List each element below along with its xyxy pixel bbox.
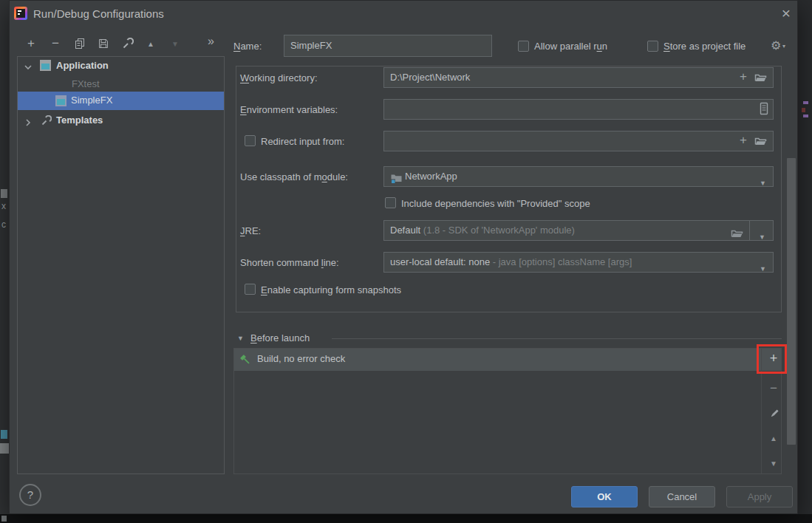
form-snapshots-checkbox[interactable] [245, 284, 256, 295]
ide-background-left: x c [0, 0, 9, 514]
move-up-icon[interactable]: ▲ [147, 40, 154, 49]
configurations-tree: Application FXtest SimpleFX Templates [17, 56, 225, 474]
background-text: c [1, 219, 6, 230]
build-hammer-icon [239, 353, 252, 369]
vertical-scrollbar-thumb[interactable] [787, 158, 796, 445]
ide-background-right [798, 0, 812, 514]
store-as-project-file-checkbox[interactable] [647, 41, 658, 52]
help-button[interactable]: ? [19, 484, 41, 506]
before-launch-edit-icon[interactable] [768, 408, 780, 423]
jre-value: Default [390, 225, 420, 236]
browse-folder-icon[interactable] [754, 135, 767, 149]
jre-hint: (1.8 - SDK of 'NetworkApp' module) [423, 225, 575, 236]
working-directory-label: Working directory: [240, 72, 318, 83]
jre-combobox[interactable]: Default (1.8 - SDK of 'NetworkApp' modul… [383, 220, 750, 241]
classpath-module-combobox[interactable]: NetworkApp ▼ [383, 166, 774, 187]
environment-variables-input[interactable] [383, 99, 774, 120]
before-launch-title: Before launch [250, 332, 310, 343]
before-launch-item-label: Build, no error check [257, 353, 345, 364]
name-label: Name: [233, 41, 262, 52]
chevron-right-icon[interactable] [24, 117, 33, 130]
dropdown-arrow-icon: ▼ [759, 228, 765, 241]
ok-button[interactable]: OK [571, 486, 638, 507]
classpath-module-label: Use classpath of module: [240, 171, 348, 182]
save-configuration-icon[interactable] [98, 38, 109, 52]
browse-folder-icon[interactable] [731, 226, 743, 241]
shorten-command-line-label: Shorten command line: [240, 257, 339, 268]
store-as-project-file-label: Store as project file [663, 41, 746, 52]
shorten-command-line-combobox[interactable]: user-local default: none - java [options… [383, 252, 774, 273]
redirect-input-checkbox[interactable] [245, 135, 256, 146]
section-separator [332, 338, 782, 339]
jre-dropdown-button[interactable]: ▼ [749, 220, 774, 241]
cancel-button[interactable]: Cancel [649, 486, 715, 507]
working-directory-input[interactable]: D:\Project\Network [383, 67, 774, 88]
allow-parallel-run-label: Allow parallel run [534, 41, 607, 52]
section-collapse-icon[interactable]: ▼ [237, 335, 244, 342]
background-scroll-fragment [0, 443, 9, 454]
remove-configuration-icon[interactable]: − [49, 38, 62, 49]
name-input[interactable]: SimpleFX [284, 35, 492, 57]
background-mark [802, 108, 805, 112]
copy-configuration-icon[interactable] [74, 38, 86, 52]
before-launch-move-down-icon[interactable]: ▼ [768, 459, 779, 468]
more-actions-icon[interactable]: » [208, 35, 214, 48]
ide-background-bottom [0, 514, 812, 523]
redirect-input-field[interactable] [383, 131, 774, 151]
before-launch-list: Build, no error check + − ▲ ▼ [233, 348, 782, 474]
edit-defaults-wrench-icon[interactable] [122, 38, 134, 52]
application-icon [40, 60, 51, 71]
before-launch-remove-icon[interactable]: − [767, 381, 780, 396]
annotation-highlight-box [757, 344, 787, 374]
gear-icon[interactable]: ⚙ [771, 38, 781, 52]
form-snapshots-label: Enable capturing form snapshots [261, 284, 401, 295]
module-icon [390, 171, 403, 187]
tree-item-application[interactable]: Application [56, 60, 109, 71]
shorten-value: user-local default: none [390, 256, 490, 267]
add-configuration-icon[interactable]: + [24, 38, 38, 49]
screen: x c Run/Debug Configurations × + − ▲ ▼ [0, 0, 812, 523]
tree-item-simplefx[interactable]: SimpleFX [71, 95, 112, 106]
macro-add-icon[interactable]: + [740, 134, 747, 146]
background-text: x [1, 201, 6, 211]
move-down-icon: ▼ [171, 40, 179, 49]
tree-item-templates[interactable]: Templates [56, 114, 103, 126]
redirect-input-label: Redirect input from: [261, 136, 344, 147]
background-mark [803, 114, 808, 117]
browse-folder-icon[interactable] [754, 72, 767, 86]
background-icon [1, 430, 7, 439]
macro-add-icon[interactable]: + [740, 71, 747, 83]
shorten-hint: - java [options] className [args] [493, 256, 632, 267]
include-provided-checkbox[interactable] [385, 197, 396, 208]
environment-variables-label: Environment variables: [240, 104, 338, 115]
intellij-logo-icon [14, 7, 27, 20]
tree-item-fxtest[interactable]: FXtest [72, 78, 100, 89]
tree-item-simplefx-selected-row[interactable]: SimpleFX [18, 92, 224, 110]
background-icon [1, 189, 7, 198]
jre-label: JRE: [240, 225, 261, 236]
allow-parallel-run-checkbox[interactable] [518, 41, 529, 52]
background-mark [803, 101, 808, 104]
include-provided-label: Include dependencies with "Provided" sco… [401, 198, 590, 209]
gear-caret-icon: ▾ [782, 43, 785, 49]
application-icon [55, 95, 66, 106]
env-variables-list-icon[interactable] [759, 102, 769, 118]
before-launch-item-row[interactable]: Build, no error check [234, 349, 781, 371]
chevron-down-icon[interactable] [24, 61, 33, 75]
before-launch-move-up-icon[interactable]: ▲ [768, 434, 779, 443]
close-icon[interactable]: × [777, 4, 796, 23]
background-mark [1, 516, 7, 522]
templates-wrench-icon [41, 115, 52, 129]
dropdown-arrow-icon: ▼ [760, 259, 766, 273]
dropdown-arrow-icon[interactable]: ▼ [760, 174, 766, 187]
classpath-module-value: NetworkApp [405, 167, 457, 186]
dialog-title: Run/Debug Configurations [33, 7, 164, 20]
apply-button: Apply [726, 486, 793, 507]
run-debug-configurations-dialog: Run/Debug Configurations × + − ▲ ▼ » App… [9, 0, 798, 514]
